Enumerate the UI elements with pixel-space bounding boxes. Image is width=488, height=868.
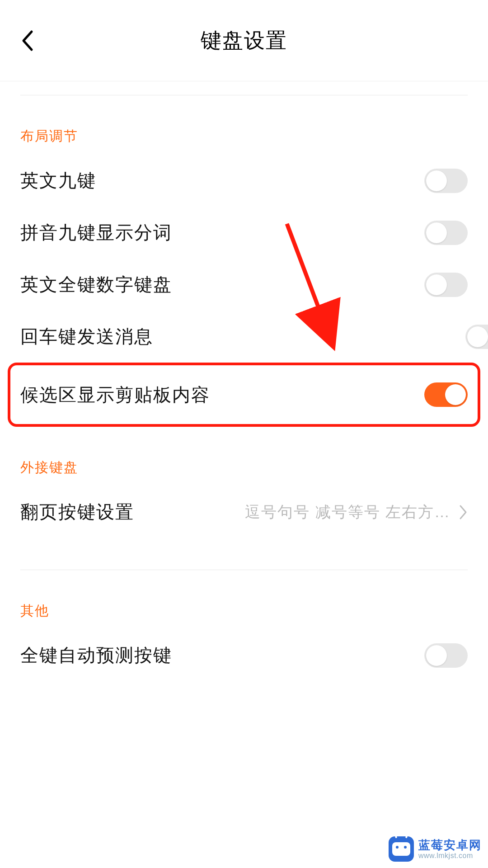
toggle-auto-predict[interactable] <box>424 643 468 668</box>
settings-content: 布局调节 英文九键 拼音九键显示分词 英文全键数字键盘 回车键发送消息 候选区显… <box>0 95 488 681</box>
row-label: 拼音九键显示分词 <box>20 220 172 245</box>
row-label: 英文全键数字键盘 <box>20 272 172 297</box>
row-clipboard-candidate[interactable]: 候选区显示剪贴板内容 <box>20 365 468 424</box>
toggle-english-9key[interactable] <box>424 169 468 193</box>
watermark-name: 蓝莓安卓网 <box>418 839 482 852</box>
header-bar: 键盘设置 <box>0 0 488 81</box>
toggle-pinyin-9key-split[interactable] <box>424 221 468 245</box>
toggle-clipboard-candidate[interactable] <box>424 382 468 407</box>
watermark-url: www.lmkjst.com <box>418 852 482 860</box>
section-header-layout: 布局调节 <box>20 95 468 146</box>
section-header-other: 其他 <box>20 570 468 620</box>
chevron-right-icon <box>459 504 468 520</box>
back-button[interactable] <box>14 27 41 54</box>
chevron-left-icon <box>21 30 33 52</box>
watermark: 蓝莓安卓网 www.lmkjst.com <box>389 836 482 862</box>
row-label: 全键自动预测按键 <box>20 643 172 668</box>
row-auto-predict[interactable]: 全键自动预测按键 <box>20 629 468 681</box>
highlighted-setting: 候选区显示剪贴板内容 <box>8 363 480 427</box>
watermark-logo-icon <box>389 836 414 862</box>
toggle-enter-send[interactable] <box>465 325 488 349</box>
row-page-keys[interactable]: 翻页按键设置 逗号句号 减号等号 左右方… <box>20 486 468 538</box>
row-english-fullkey-digits[interactable]: 英文全键数字键盘 <box>20 259 468 311</box>
row-label: 英文九键 <box>20 168 96 193</box>
page-title: 键盘设置 <box>14 27 474 55</box>
row-label: 回车键发送消息 <box>20 324 153 349</box>
row-label: 翻页按键设置 <box>20 500 134 524</box>
row-pinyin-9key-split[interactable]: 拼音九键显示分词 <box>20 207 468 259</box>
row-english-9key[interactable]: 英文九键 <box>20 155 468 207</box>
section-header-external: 外接键盘 <box>20 427 468 477</box>
row-enter-send[interactable]: 回车键发送消息 <box>20 311 468 363</box>
toggle-english-fullkey-digits[interactable] <box>424 273 468 297</box>
row-value: 逗号句号 减号等号 左右方… <box>134 502 459 523</box>
row-label: 候选区显示剪贴板内容 <box>20 382 210 407</box>
